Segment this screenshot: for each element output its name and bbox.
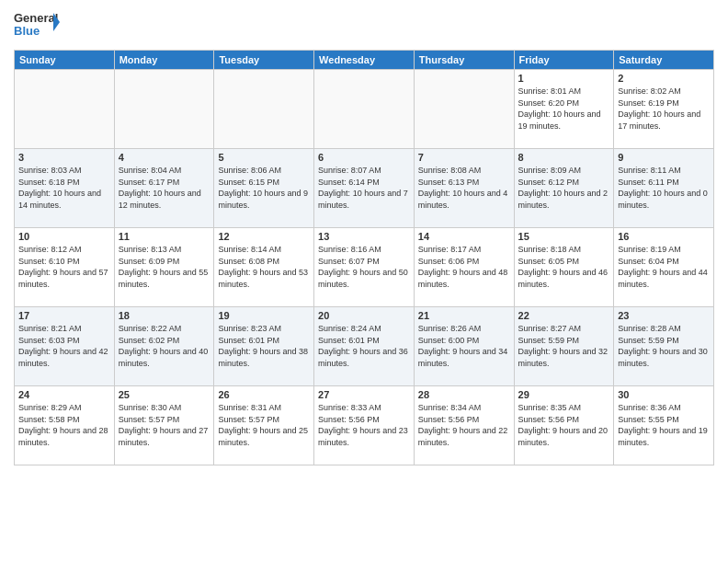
day-number: 21 (418, 310, 510, 321)
calendar-cell (15, 70, 115, 149)
day-info: Sunrise: 8:02 AM Sunset: 6:19 PM Dayligh… (618, 86, 710, 132)
day-number: 8 (518, 152, 610, 163)
day-number: 19 (218, 310, 310, 321)
day-info: Sunrise: 8:13 AM Sunset: 6:09 PM Dayligh… (119, 244, 210, 290)
calendar-cell (414, 70, 514, 149)
day-info: Sunrise: 8:16 AM Sunset: 6:07 PM Dayligh… (318, 244, 410, 290)
weekday-header-tuesday: Tuesday (214, 51, 314, 70)
calendar-cell: 24Sunrise: 8:29 AM Sunset: 5:58 PM Dayli… (15, 386, 115, 465)
day-info: Sunrise: 8:22 AM Sunset: 6:02 PM Dayligh… (119, 323, 210, 369)
day-number: 20 (318, 310, 410, 321)
day-info: Sunrise: 8:18 AM Sunset: 6:05 PM Dayligh… (518, 244, 610, 290)
calendar-cell: 26Sunrise: 8:31 AM Sunset: 5:57 PM Dayli… (214, 386, 314, 465)
header: General Blue (14, 9, 714, 42)
weekday-header-row: SundayMondayTuesdayWednesdayThursdayFrid… (15, 51, 714, 70)
calendar-cell: 18Sunrise: 8:22 AM Sunset: 6:02 PM Dayli… (114, 307, 214, 386)
day-number: 16 (618, 231, 710, 242)
calendar-cell: 11Sunrise: 8:13 AM Sunset: 6:09 PM Dayli… (114, 228, 214, 307)
calendar-cell (314, 70, 415, 149)
day-number: 10 (18, 231, 110, 242)
day-number: 12 (218, 231, 310, 242)
day-info: Sunrise: 8:29 AM Sunset: 5:58 PM Dayligh… (18, 402, 110, 448)
day-number: 18 (119, 310, 210, 321)
calendar-cell: 1Sunrise: 8:01 AM Sunset: 6:20 PM Daylig… (514, 70, 614, 149)
day-number: 7 (418, 152, 510, 163)
calendar-cell (114, 70, 214, 149)
day-info: Sunrise: 8:27 AM Sunset: 5:59 PM Dayligh… (518, 323, 610, 369)
calendar-cell: 27Sunrise: 8:33 AM Sunset: 5:56 PM Dayli… (314, 386, 415, 465)
calendar-cell: 30Sunrise: 8:36 AM Sunset: 5:55 PM Dayli… (614, 386, 714, 465)
day-number: 28 (418, 389, 510, 400)
day-number: 17 (18, 310, 110, 321)
weekday-header-sunday: Sunday (15, 51, 115, 70)
day-number: 24 (18, 389, 110, 400)
calendar-cell: 25Sunrise: 8:30 AM Sunset: 5:57 PM Dayli… (114, 386, 214, 465)
page: General Blue SundayMondayTuesdayWednesda… (0, 0, 728, 563)
calendar-cell: 14Sunrise: 8:17 AM Sunset: 6:06 PM Dayli… (414, 228, 514, 307)
day-number: 4 (119, 152, 210, 163)
day-number: 1 (518, 73, 610, 84)
day-info: Sunrise: 8:01 AM Sunset: 6:20 PM Dayligh… (518, 86, 610, 132)
calendar-week-3: 10Sunrise: 8:12 AM Sunset: 6:10 PM Dayli… (15, 228, 714, 307)
day-info: Sunrise: 8:09 AM Sunset: 6:12 PM Dayligh… (518, 165, 610, 211)
calendar-cell: 28Sunrise: 8:34 AM Sunset: 5:56 PM Dayli… (414, 386, 514, 465)
day-number: 26 (218, 389, 310, 400)
day-info: Sunrise: 8:06 AM Sunset: 6:15 PM Dayligh… (218, 165, 310, 211)
calendar-cell: 17Sunrise: 8:21 AM Sunset: 6:03 PM Dayli… (15, 307, 115, 386)
day-info: Sunrise: 8:31 AM Sunset: 5:57 PM Dayligh… (218, 402, 310, 448)
calendar-cell: 15Sunrise: 8:18 AM Sunset: 6:05 PM Dayli… (514, 228, 614, 307)
day-number: 30 (618, 389, 710, 400)
day-info: Sunrise: 8:28 AM Sunset: 5:59 PM Dayligh… (618, 323, 710, 369)
day-number: 29 (518, 389, 610, 400)
calendar: SundayMondayTuesdayWednesdayThursdayFrid… (14, 50, 714, 465)
day-number: 11 (119, 231, 210, 242)
calendar-week-4: 17Sunrise: 8:21 AM Sunset: 6:03 PM Dayli… (15, 307, 714, 386)
day-number: 5 (218, 152, 310, 163)
day-number: 23 (618, 310, 710, 321)
calendar-cell: 9Sunrise: 8:11 AM Sunset: 6:11 PM Daylig… (614, 149, 714, 228)
day-info: Sunrise: 8:26 AM Sunset: 6:00 PM Dayligh… (418, 323, 510, 369)
calendar-week-2: 3Sunrise: 8:03 AM Sunset: 6:18 PM Daylig… (15, 149, 714, 228)
calendar-cell: 29Sunrise: 8:35 AM Sunset: 5:56 PM Dayli… (514, 386, 614, 465)
day-info: Sunrise: 8:21 AM Sunset: 6:03 PM Dayligh… (18, 323, 110, 369)
calendar-week-1: 1Sunrise: 8:01 AM Sunset: 6:20 PM Daylig… (15, 70, 714, 149)
calendar-cell: 23Sunrise: 8:28 AM Sunset: 5:59 PM Dayli… (614, 307, 714, 386)
calendar-cell: 19Sunrise: 8:23 AM Sunset: 6:01 PM Dayli… (214, 307, 314, 386)
day-number: 25 (119, 389, 210, 400)
day-info: Sunrise: 8:34 AM Sunset: 5:56 PM Dayligh… (418, 402, 510, 448)
day-info: Sunrise: 8:36 AM Sunset: 5:55 PM Dayligh… (618, 402, 710, 448)
day-number: 22 (518, 310, 610, 321)
calendar-cell: 7Sunrise: 8:08 AM Sunset: 6:13 PM Daylig… (414, 149, 514, 228)
calendar-cell: 5Sunrise: 8:06 AM Sunset: 6:15 PM Daylig… (214, 149, 314, 228)
calendar-cell: 6Sunrise: 8:07 AM Sunset: 6:14 PM Daylig… (314, 149, 415, 228)
svg-text:Blue: Blue (14, 24, 40, 38)
day-number: 14 (418, 231, 510, 242)
day-info: Sunrise: 8:07 AM Sunset: 6:14 PM Dayligh… (318, 165, 410, 211)
day-number: 13 (318, 231, 410, 242)
calendar-cell: 13Sunrise: 8:16 AM Sunset: 6:07 PM Dayli… (314, 228, 415, 307)
calendar-week-5: 24Sunrise: 8:29 AM Sunset: 5:58 PM Dayli… (15, 386, 714, 465)
weekday-header-wednesday: Wednesday (314, 51, 415, 70)
day-info: Sunrise: 8:03 AM Sunset: 6:18 PM Dayligh… (18, 165, 110, 211)
calendar-cell: 10Sunrise: 8:12 AM Sunset: 6:10 PM Dayli… (15, 228, 115, 307)
day-info: Sunrise: 8:17 AM Sunset: 6:06 PM Dayligh… (418, 244, 510, 290)
day-number: 27 (318, 389, 410, 400)
logo: General Blue (14, 9, 60, 42)
calendar-cell: 8Sunrise: 8:09 AM Sunset: 6:12 PM Daylig… (514, 149, 614, 228)
calendar-cell: 12Sunrise: 8:14 AM Sunset: 6:08 PM Dayli… (214, 228, 314, 307)
day-number: 6 (318, 152, 410, 163)
calendar-cell: 20Sunrise: 8:24 AM Sunset: 6:01 PM Dayli… (314, 307, 415, 386)
calendar-cell: 22Sunrise: 8:27 AM Sunset: 5:59 PM Dayli… (514, 307, 614, 386)
day-number: 9 (618, 152, 710, 163)
weekday-header-monday: Monday (114, 51, 214, 70)
day-info: Sunrise: 8:11 AM Sunset: 6:11 PM Dayligh… (618, 165, 710, 211)
calendar-cell: 4Sunrise: 8:04 AM Sunset: 6:17 PM Daylig… (114, 149, 214, 228)
calendar-cell: 16Sunrise: 8:19 AM Sunset: 6:04 PM Dayli… (614, 228, 714, 307)
day-number: 2 (618, 73, 710, 84)
calendar-cell: 3Sunrise: 8:03 AM Sunset: 6:18 PM Daylig… (15, 149, 115, 228)
day-info: Sunrise: 8:14 AM Sunset: 6:08 PM Dayligh… (218, 244, 310, 290)
calendar-cell: 21Sunrise: 8:26 AM Sunset: 6:00 PM Dayli… (414, 307, 514, 386)
day-info: Sunrise: 8:12 AM Sunset: 6:10 PM Dayligh… (18, 244, 110, 290)
day-number: 3 (18, 152, 110, 163)
weekday-header-saturday: Saturday (614, 51, 714, 70)
